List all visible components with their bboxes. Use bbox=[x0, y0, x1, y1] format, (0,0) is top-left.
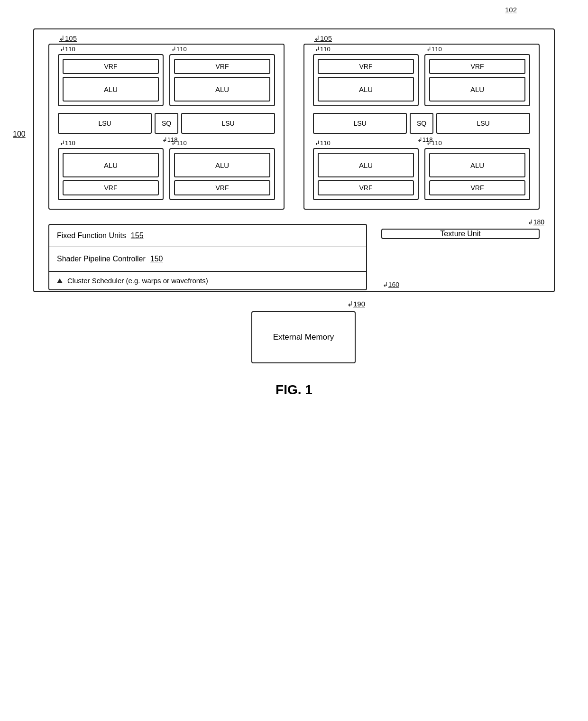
cu-box-tl-2: ↲110 VRF ALU bbox=[313, 54, 419, 106]
top-cu-row-1: ↲110 VRF ALU ↲110 VRF ALU bbox=[58, 54, 275, 106]
vrf-br: VRF bbox=[174, 180, 270, 195]
cu-box-br-2: ↲110 ALU VRF bbox=[424, 148, 530, 200]
bottom-section: Fixed Function Units 155 Shader Pipeline… bbox=[48, 224, 540, 290]
alu-tr-2: ALU bbox=[429, 77, 525, 102]
shader-label: Shader Pipeline Controller bbox=[57, 255, 146, 263]
ext-mem-ref: 190 bbox=[353, 300, 365, 308]
ref-102: 102 bbox=[505, 6, 517, 14]
alu-br: ALU bbox=[174, 153, 270, 177]
lsu-right: LSU bbox=[181, 113, 275, 134]
bottom-cu-row-2: ↲110 ALU VRF ↲110 ALU VRF bbox=[313, 143, 530, 200]
vrf-tr-2: VRF bbox=[429, 59, 525, 74]
ref-105-1: ↲105 bbox=[59, 34, 77, 43]
alu-tr: ALU bbox=[174, 77, 270, 102]
alu-tl-2: ALU bbox=[318, 77, 414, 102]
ext-mem-box: External Memory bbox=[251, 311, 356, 363]
vrf-tr: VRF bbox=[174, 59, 270, 74]
cu-box-bl: ↲110 ALU VRF bbox=[58, 148, 164, 200]
ffu-top: Fixed Function Units 155 bbox=[49, 225, 366, 247]
ext-mem-label: External Memory bbox=[273, 333, 334, 342]
cu-box-tr-2: ↲110 VRF ALU bbox=[424, 54, 530, 106]
texture-label: Texture Unit bbox=[440, 230, 480, 238]
vrf-bl: VRF bbox=[63, 180, 159, 195]
cluster-box-2: ↲105 ↲110 VRF ALU ↲110 VRF ALU bbox=[303, 44, 540, 210]
diagram-container: 102 100 ↲105 ↲110 VRF bbox=[33, 19, 555, 397]
lsu-left-2: LSU bbox=[313, 113, 407, 134]
ref-100: 100 bbox=[13, 130, 26, 139]
cluster-box-1: ↲105 ↲110 VRF ALU ↲110 VRF bbox=[48, 44, 285, 210]
cu-box-bl-2: ↲110 ALU VRF bbox=[313, 148, 419, 200]
lsu-left: LSU bbox=[58, 113, 152, 134]
shader-ref: 150 bbox=[150, 255, 163, 263]
alu-tl: ALU bbox=[63, 77, 159, 102]
arrow-icon bbox=[57, 278, 63, 283]
alu-bl: ALU bbox=[63, 153, 159, 177]
alu-br-2: ALU bbox=[429, 153, 525, 177]
ref-160: ↲160 bbox=[383, 281, 399, 288]
bottom-cu-row-1: ↲110 ALU VRF ↲110 ALU VRF bbox=[58, 143, 275, 200]
cu-box-tl: ↲110 VRF ALU bbox=[58, 54, 164, 106]
outer-box-102: 100 ↲105 ↲110 VRF ALU bbox=[33, 28, 555, 292]
sq-2: SQ bbox=[410, 113, 433, 134]
vrf-bl-2: VRF bbox=[318, 180, 414, 195]
ext-mem-section: ↲190 External Memory bbox=[251, 311, 375, 363]
ffu-label: Fixed Function Units bbox=[57, 231, 126, 240]
top-cu-row-2: ↲110 VRF ALU ↲110 VRF ALU bbox=[313, 54, 530, 106]
ffu-ref: 155 bbox=[131, 231, 144, 240]
vrf-br-2: VRF bbox=[429, 180, 525, 195]
ffu-box: Fixed Function Units 155 Shader Pipeline… bbox=[48, 224, 367, 290]
lsu-row-2: LSU SQ LSU ↲118 bbox=[313, 113, 530, 134]
alu-bl-2: ALU bbox=[318, 153, 414, 177]
fig-label: FIG. 1 bbox=[276, 382, 312, 397]
ffu-bottom: Cluster Scheduler (e.g. warps or wavefro… bbox=[49, 272, 366, 289]
sq-1: SQ bbox=[155, 113, 178, 134]
lsu-right-2: LSU bbox=[436, 113, 530, 134]
texture-box: Texture Unit bbox=[381, 229, 540, 239]
lsu-row-1: LSU SQ LSU ↲118 bbox=[58, 113, 275, 134]
cu-box-br: ↲110 ALU VRF bbox=[169, 148, 275, 200]
texture-ref: 180 bbox=[533, 218, 544, 226]
clusters-row: ↲105 ↲110 VRF ALU ↲110 VRF bbox=[48, 44, 540, 210]
ref-105-2: ↲105 bbox=[314, 34, 332, 43]
scheduler-label: Cluster Scheduler (e.g. warps or wavefro… bbox=[67, 277, 208, 285]
cu-box-tr: ↲110 VRF ALU bbox=[169, 54, 275, 106]
vrf-tl-2: VRF bbox=[318, 59, 414, 74]
vrf-tl: VRF bbox=[63, 59, 159, 74]
ffu-mid: Shader Pipeline Controller 150 bbox=[49, 247, 366, 272]
